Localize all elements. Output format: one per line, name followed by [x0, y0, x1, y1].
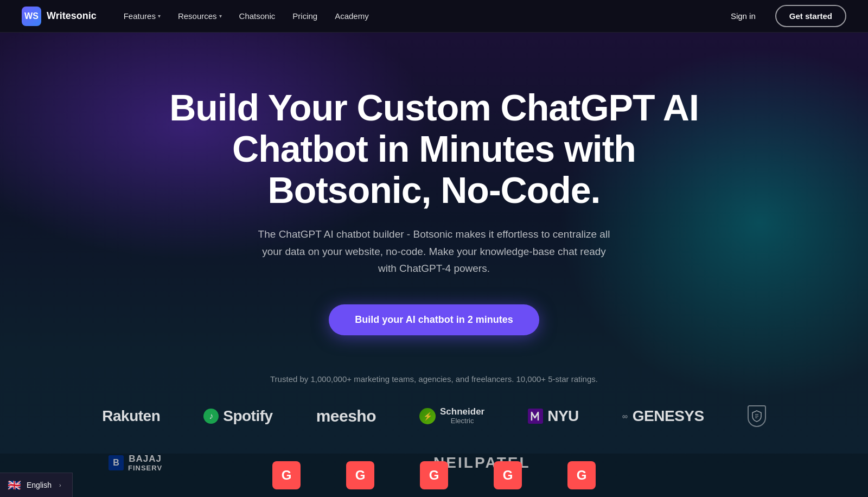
logo-icon: WS: [22, 7, 41, 26]
nav-link-chatsonic[interactable]: Chatsonic: [232, 7, 283, 25]
social-proof-text: Trusted by 1,000,000+ marketing teams, a…: [54, 374, 814, 384]
rating-badge-4: G: [494, 461, 522, 489]
nav-right: Sign in Get started: [720, 5, 846, 27]
spotify-icon: ♪: [203, 409, 219, 424]
logo-text: Writesonic: [47, 10, 97, 22]
nav-link-academy[interactable]: Academy: [327, 7, 376, 25]
genesys-text: GENESYS: [633, 407, 704, 425]
nav-link-features[interactable]: Features ▾: [116, 7, 168, 25]
spotify-logo: ♪ Spotify: [203, 407, 272, 425]
meesho-text: meesho: [316, 407, 376, 425]
genesys-logo: ∞ GENESYS: [622, 407, 704, 425]
chevron-right-icon: ›: [59, 482, 61, 488]
shield-brand-logo: [748, 405, 766, 427]
rating-badge-5: G: [567, 461, 596, 489]
chevron-down-icon: ▾: [158, 13, 161, 19]
schneider-logo: ⚡ Schneider Electric: [419, 407, 484, 425]
nav-link-pricing[interactable]: Pricing: [285, 7, 325, 25]
nav-left: WS Writesonic Features ▾ Resources ▾ Cha…: [22, 7, 376, 26]
shield-icon: [748, 405, 766, 427]
hero-title: Build Your Custom ChatGPT AI Chatbot in …: [163, 87, 705, 211]
genesys-icon: ∞: [622, 412, 628, 420]
hero-subtitle: The ChatGPT AI chatbot builder - Botsoni…: [255, 226, 613, 277]
rating-badge-1: G: [272, 461, 301, 489]
brand-row-1: Rakuten ♪ Spotify meesho ⚡ Schneider Ele…: [65, 405, 803, 427]
logo[interactable]: WS Writesonic: [22, 7, 97, 26]
hero-section: Build Your Custom ChatGPT AI Chatbot in …: [0, 33, 868, 497]
navbar: WS Writesonic Features ▾ Resources ▾ Cha…: [0, 0, 868, 33]
chevron-down-icon: ▾: [219, 13, 222, 19]
getstarted-button[interactable]: Get started: [775, 5, 846, 27]
nav-link-resources[interactable]: Resources ▾: [170, 7, 229, 25]
rating-bar: G G G G G: [0, 454, 868, 497]
flag-icon: 🇬🇧: [8, 479, 21, 492]
nyu-logo: NYU: [528, 407, 579, 425]
schneider-name: Schneider: [440, 407, 484, 417]
meesho-logo: meesho: [316, 407, 376, 425]
hero-content: Build Your Custom ChatGPT AI Chatbot in …: [163, 33, 705, 335]
schneider-icon: ⚡: [419, 408, 436, 424]
language-selector[interactable]: 🇬🇧 English ›: [0, 473, 73, 497]
signin-button[interactable]: Sign in: [720, 7, 767, 25]
rating-badge-2: G: [346, 461, 374, 489]
language-label: English: [27, 481, 52, 489]
schneider-text-wrap: Schneider Electric: [440, 407, 484, 425]
rating-badge-3: G: [420, 461, 448, 489]
nav-links: Features ▾ Resources ▾ Chatsonic Pricing…: [116, 7, 376, 25]
cta-button[interactable]: Build your AI chatbot in 2 minutes: [329, 304, 539, 335]
nyu-icon: [528, 409, 543, 424]
schneider-sub: Electric: [440, 417, 484, 425]
rakuten-logo: Rakuten: [102, 407, 160, 425]
spotify-text: Spotify: [223, 407, 272, 425]
rakuten-text: Rakuten: [102, 407, 160, 425]
nyu-text: NYU: [547, 407, 579, 425]
